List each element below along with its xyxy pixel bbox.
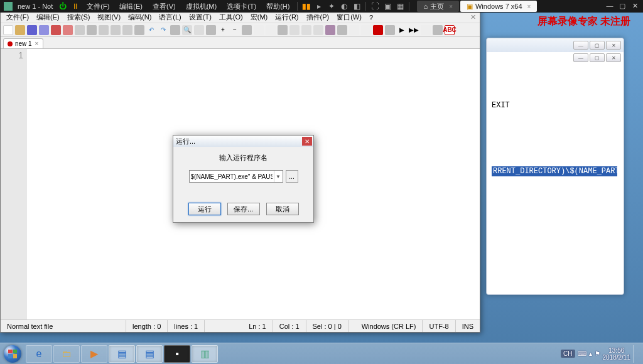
vm-menu-help[interactable]: 帮助(H) bbox=[261, 2, 294, 11]
taskbar-npp[interactable]: ▥ bbox=[192, 345, 218, 363]
print-icon[interactable] bbox=[75, 25, 85, 35]
vm-snapshot-icon[interactable]: ✦ bbox=[327, 1, 337, 11]
bg-close-button[interactable]: ✕ bbox=[606, 41, 621, 50]
start-button[interactable] bbox=[0, 343, 25, 365]
vm-menu-view[interactable]: 查看(V) bbox=[148, 2, 181, 11]
bg-minimize-button[interactable]: — bbox=[573, 41, 588, 50]
menu-macro[interactable]: 宏(M) bbox=[247, 13, 271, 22]
bg-inner-min[interactable]: — bbox=[573, 53, 588, 62]
indent-guide-icon[interactable] bbox=[313, 25, 323, 35]
maximize-button[interactable]: ▢ bbox=[617, 1, 628, 10]
zoom-out-icon[interactable]: − bbox=[230, 25, 240, 35]
find-icon[interactable]: 🔍 bbox=[182, 25, 192, 35]
vm-menu-vm[interactable]: 虚拟机(M) bbox=[181, 2, 222, 11]
save-button[interactable]: 保存... bbox=[227, 203, 260, 215]
menu-view[interactable]: 视图(V) bbox=[94, 13, 124, 22]
vm-power-icon[interactable]: ⏻ bbox=[58, 1, 68, 11]
menu-run[interactable]: 运行(R) bbox=[272, 13, 301, 22]
menu-language[interactable]: 语言(L) bbox=[156, 13, 184, 22]
allchars-icon[interactable] bbox=[301, 25, 311, 35]
dialog-title-bar[interactable]: 运行... ✕ bbox=[173, 136, 313, 147]
macro-fast-icon[interactable]: ▶▶ bbox=[409, 25, 419, 35]
record-icon[interactable] bbox=[373, 25, 383, 35]
copy-icon[interactable] bbox=[111, 25, 121, 35]
multimonitor-icon[interactable]: ▦ bbox=[395, 1, 405, 11]
macro-stop-icon[interactable] bbox=[361, 25, 371, 35]
wordwrap-icon[interactable] bbox=[289, 25, 300, 35]
npp-menu-bar: 文件(F) 编辑(E) 搜索(S) 视图(V) 编码(N) 语言(L) 设置(T… bbox=[1, 12, 480, 23]
vm-manage-icon[interactable]: ◐ bbox=[339, 1, 349, 11]
document-tab[interactable]: new 1 ✕ bbox=[3, 38, 43, 48]
paste-icon[interactable] bbox=[122, 25, 132, 35]
menu-plugins[interactable]: 插件(P) bbox=[303, 13, 333, 22]
vm-unity-icon[interactable]: ◧ bbox=[352, 1, 362, 11]
menu-settings[interactable]: 设置(T) bbox=[186, 13, 215, 22]
taskbar-explorer[interactable]: 🗀 bbox=[53, 345, 80, 363]
taskbar-ie[interactable]: e bbox=[26, 345, 52, 363]
menu-window[interactable]: 窗口(W) bbox=[333, 13, 365, 22]
vm-tool-icon[interactable]: ▸ bbox=[314, 1, 324, 11]
new-file-icon[interactable] bbox=[3, 25, 13, 35]
run-button[interactable]: 运行 bbox=[188, 203, 221, 215]
menu-edit[interactable]: 编辑(E) bbox=[33, 13, 63, 22]
save-all-icon[interactable] bbox=[39, 25, 49, 35]
save-icon[interactable] bbox=[27, 25, 37, 35]
vm-active-tab[interactable]: ▣ Windows 7 x64 × bbox=[460, 1, 537, 12]
sync-h-icon[interactable] bbox=[266, 25, 276, 35]
dialog-close-button[interactable]: ✕ bbox=[302, 137, 312, 146]
close-button[interactable]: ✕ bbox=[629, 1, 640, 10]
cut-icon[interactable] bbox=[99, 25, 109, 35]
fullscreen-toggle-icon[interactable]: ▣ bbox=[382, 1, 392, 11]
menu-search[interactable]: 搜索(S) bbox=[64, 13, 94, 22]
pause-icon[interactable]: ▮▮ bbox=[301, 1, 311, 11]
taskbar-notepad[interactable]: ▤ bbox=[109, 345, 135, 363]
sync-v-icon[interactable] bbox=[254, 25, 264, 35]
vm-menu-file[interactable]: 文件(F) bbox=[82, 2, 114, 11]
ime-options-icon[interactable]: ⌨ bbox=[578, 350, 586, 357]
redo-icon[interactable]: ↷ bbox=[158, 25, 168, 35]
taskbar-doc[interactable]: ▤ bbox=[136, 345, 163, 363]
vm-menu-edit[interactable]: 编辑(E) bbox=[114, 2, 148, 11]
menu-tools[interactable]: 工具(O) bbox=[216, 13, 246, 22]
tab-close-icon[interactable]: ✕ bbox=[35, 41, 39, 46]
close-tab-icon[interactable]: × bbox=[449, 3, 453, 10]
macro-record-icon[interactable] bbox=[349, 25, 359, 35]
taskbar-cmd[interactable]: ▪ bbox=[164, 345, 190, 363]
close-all-icon[interactable] bbox=[63, 25, 73, 35]
spellcheck-icon[interactable]: ABC bbox=[445, 25, 455, 35]
menu-file[interactable]: 文件(F) bbox=[3, 13, 32, 22]
vm-home-tab[interactable]: ⌂ 主页 × bbox=[417, 1, 459, 12]
bg-inner-max[interactable]: ▢ bbox=[590, 53, 605, 62]
run-command-combo[interactable]: ▼ bbox=[189, 170, 283, 183]
fullscreen-icon[interactable]: ⛶ bbox=[370, 1, 380, 11]
menu-help[interactable]: ? bbox=[366, 14, 376, 21]
action-center-icon[interactable]: ⚑ bbox=[595, 350, 600, 357]
replace-icon[interactable] bbox=[194, 25, 204, 35]
minimize-button[interactable]: — bbox=[604, 1, 615, 10]
menu-encoding[interactable]: 编码(N) bbox=[125, 13, 154, 22]
taskbar-wmp[interactable]: ▶ bbox=[81, 345, 107, 363]
line-number: 1 bbox=[1, 50, 23, 60]
zoom-in-icon[interactable]: + bbox=[218, 25, 228, 35]
macro-save-icon[interactable] bbox=[421, 25, 431, 35]
close-file-icon[interactable] bbox=[51, 25, 61, 35]
cancel-button[interactable]: 取消 bbox=[266, 203, 299, 215]
browse-button[interactable]: ... bbox=[286, 170, 298, 183]
dropdown-arrow-icon[interactable]: ▼ bbox=[274, 171, 283, 182]
macro-play-icon[interactable]: ▶ bbox=[397, 25, 407, 35]
open-file-icon[interactable] bbox=[15, 25, 25, 35]
undo-icon[interactable]: ↶ bbox=[146, 25, 156, 35]
vm-suspend-icon[interactable]: ⏸ bbox=[70, 1, 80, 11]
show-desktop-button[interactable] bbox=[633, 345, 638, 363]
bg-maximize-button[interactable]: ▢ bbox=[590, 41, 605, 50]
run-command-input[interactable] bbox=[190, 171, 274, 182]
doc-map-icon[interactable] bbox=[325, 25, 335, 35]
close-tab-icon[interactable]: × bbox=[527, 3, 531, 10]
clock[interactable]: 13:56 2018/2/11 bbox=[603, 347, 631, 361]
tray-up-icon[interactable]: ▴ bbox=[589, 350, 592, 357]
ime-indicator[interactable]: CH bbox=[561, 350, 575, 358]
vm-menu-tabs[interactable]: 选项卡(T) bbox=[222, 2, 261, 11]
toolbar-separator bbox=[242, 25, 252, 35]
npp-x-button[interactable]: ✕ bbox=[467, 13, 480, 21]
bg-inner-close[interactable]: ✕ bbox=[606, 53, 621, 62]
